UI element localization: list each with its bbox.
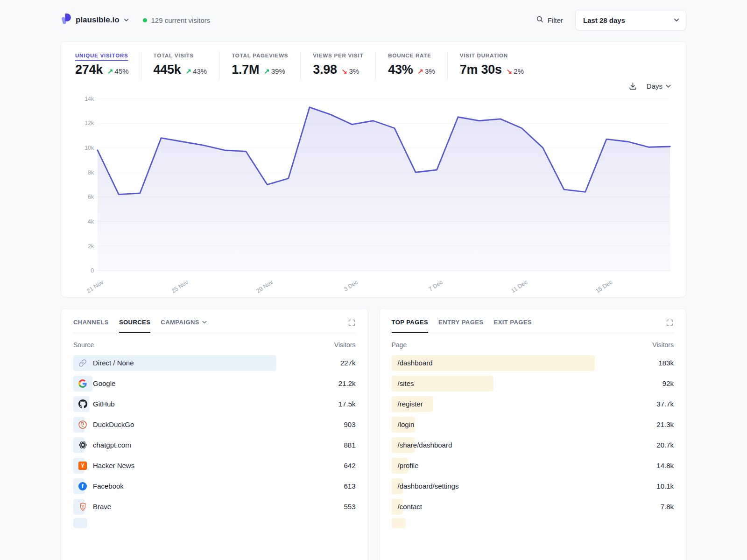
stat-change: ↘2% xyxy=(507,67,524,76)
stat-views-per-visit[interactable]: VIEWS PER VISIT3.98↘3% xyxy=(300,52,375,80)
row-name-text: /contact xyxy=(398,503,423,511)
column-visitors: Visitors xyxy=(652,341,674,349)
date-range-select[interactable]: Last 28 days xyxy=(575,10,686,30)
source-row[interactable]: Direct / None227k xyxy=(73,353,356,373)
source-row[interactable]: DuckDuckGo903 xyxy=(73,414,356,435)
stat-total-pageviews[interactable]: TOTAL PAGEVIEWS1.7M↗39% xyxy=(219,52,300,80)
page-visitors: 7.8k xyxy=(661,503,674,511)
stat-label: TOTAL VISITS xyxy=(154,53,207,58)
openai-icon xyxy=(78,441,87,450)
stat-change: ↗45% xyxy=(107,67,129,76)
stat-unique-visitors[interactable]: UNIQUE VISITORS274k↗45% xyxy=(74,52,141,80)
site-name: plausible.io xyxy=(76,15,120,25)
row-name-text: /share/dashboard xyxy=(398,441,452,449)
page-name: /share/dashboard xyxy=(392,441,452,449)
stat-total-visits[interactable]: TOTAL VISITS445k↗43% xyxy=(141,52,219,80)
interval-select[interactable]: Days xyxy=(647,82,671,90)
page-visitors: 37.7k xyxy=(656,400,674,408)
svg-text:14k: 14k xyxy=(85,96,94,102)
page-row[interactable]: /sites92k xyxy=(392,373,674,394)
tab-top-pages[interactable]: TOP PAGES xyxy=(392,319,429,333)
stat-change: ↗43% xyxy=(186,67,207,76)
source-name: Brave xyxy=(73,502,111,511)
page-visitors: 10.1k xyxy=(656,482,674,490)
page-row[interactable]: /profile14.8k xyxy=(392,455,674,476)
source-row[interactable]: YHacker News642 xyxy=(73,455,356,476)
page-visitors: 20.7k xyxy=(656,441,674,449)
source-row[interactable]: Google21.2k xyxy=(73,373,356,394)
expand-icon[interactable] xyxy=(348,319,356,333)
row-name-text: Direct / None xyxy=(93,359,134,367)
stat-label: UNIQUE VISITORS xyxy=(75,53,129,58)
source-row[interactable]: Brave553 xyxy=(73,497,356,517)
interval-label: Days xyxy=(647,82,662,90)
current-visitors-link[interactable]: 129 current visitors xyxy=(143,16,211,24)
stat-value: 3.98 xyxy=(313,63,337,77)
tab-sources[interactable]: SOURCES xyxy=(119,319,150,333)
hackernews-icon: Y xyxy=(78,461,87,470)
source-row[interactable]: GitHub17.5k xyxy=(73,394,356,414)
sources-rows: Direct / None227kGoogle21.2kGitHub17.5kD… xyxy=(73,353,356,528)
filter-button[interactable]: Filter xyxy=(536,15,563,25)
duckduckgo-icon xyxy=(78,420,87,429)
page-name: /register xyxy=(392,400,423,408)
trend-up-icon: ↗ xyxy=(186,67,192,76)
source-row[interactable]: fFacebook613 xyxy=(73,476,356,497)
svg-text:11 Dec: 11 Dec xyxy=(510,279,529,294)
stat-value: 1.7M xyxy=(232,63,259,77)
source-row[interactable]: chatgpt.com881 xyxy=(73,435,356,455)
svg-text:2k: 2k xyxy=(88,243,94,250)
source-visitors: 553 xyxy=(344,503,355,511)
stat-change-value: 3% xyxy=(349,67,359,75)
page-row[interactable]: /dashboard183k xyxy=(392,353,674,373)
stat-change: ↗39% xyxy=(264,67,285,76)
pages-rows: /dashboard183k/sites92k/register37.7k/lo… xyxy=(392,353,674,528)
trend-down-icon: ↘ xyxy=(507,67,513,76)
page-row[interactable]: /register37.7k xyxy=(392,394,674,414)
expand-icon[interactable] xyxy=(666,319,674,333)
link-icon xyxy=(78,358,87,368)
svg-text:10k: 10k xyxy=(85,145,94,151)
page-row[interactable]: /share/dashboard20.7k xyxy=(392,435,674,455)
stat-change-value: 39% xyxy=(271,67,285,75)
tab-channels[interactable]: CHANNELS xyxy=(73,319,109,332)
google-icon xyxy=(78,379,87,388)
site-picker[interactable]: plausible.io xyxy=(61,13,129,27)
stat-bounce-rate[interactable]: BOUNCE RATE43%↗3% xyxy=(375,52,447,80)
page-row[interactable]: /login21.3k xyxy=(392,414,674,435)
svg-text:21 Nov: 21 Nov xyxy=(85,279,105,294)
page-row[interactable]: /dashboard/settings10.1k xyxy=(392,476,674,497)
stat-visit-duration[interactable]: VISIT DURATION7m 30s↘2% xyxy=(447,52,536,80)
github-icon xyxy=(78,399,87,409)
svg-text:12k: 12k xyxy=(85,120,94,126)
visitors-chart-svg: 02k4k6k8k10k12k14k21 Nov25 Nov29 Nov3 De… xyxy=(74,91,673,294)
row-name-text: DuckDuckGo xyxy=(93,420,134,428)
source-name: Google xyxy=(73,379,115,388)
stats-row: UNIQUE VISITORS274k↗45%TOTAL VISITS445k↗… xyxy=(74,52,673,80)
tab-entry-pages[interactable]: ENTRY PAGES xyxy=(438,319,484,332)
page-visitors: 14.8k xyxy=(656,462,674,469)
stat-change-value: 3% xyxy=(425,67,435,75)
column-page: Page xyxy=(392,341,407,349)
tab-campaigns[interactable]: CAMPAIGNS xyxy=(161,319,207,332)
visitors-card: UNIQUE VISITORS274k↗45%TOTAL VISITS445k↗… xyxy=(61,41,686,297)
chevron-down-icon xyxy=(124,18,129,22)
svg-text:8k: 8k xyxy=(88,169,94,176)
chevron-down-icon xyxy=(666,84,671,88)
tab-exit-pages[interactable]: EXIT PAGES xyxy=(494,319,532,332)
plausible-logo-icon xyxy=(61,13,71,27)
top-bar: plausible.io 129 current visitors Filter… xyxy=(61,9,686,31)
page-name: /contact xyxy=(392,503,423,511)
source-name: GitHub xyxy=(73,399,115,409)
source-visitors: 642 xyxy=(344,462,355,469)
page-row[interactable]: /contact7.8k xyxy=(392,497,674,517)
page-name: /profile xyxy=(392,462,419,469)
download-icon[interactable] xyxy=(628,82,637,91)
breakdown-grid: CHANNELSSOURCESCAMPAIGNS Source Visitors… xyxy=(61,308,686,560)
stat-value: 445k xyxy=(154,63,181,77)
stat-change-value: 43% xyxy=(193,67,207,75)
stat-change-value: 2% xyxy=(514,67,524,75)
chart-controls: Days xyxy=(76,82,671,91)
chevron-down-icon xyxy=(674,18,679,22)
row-name-text: /login xyxy=(398,420,415,428)
